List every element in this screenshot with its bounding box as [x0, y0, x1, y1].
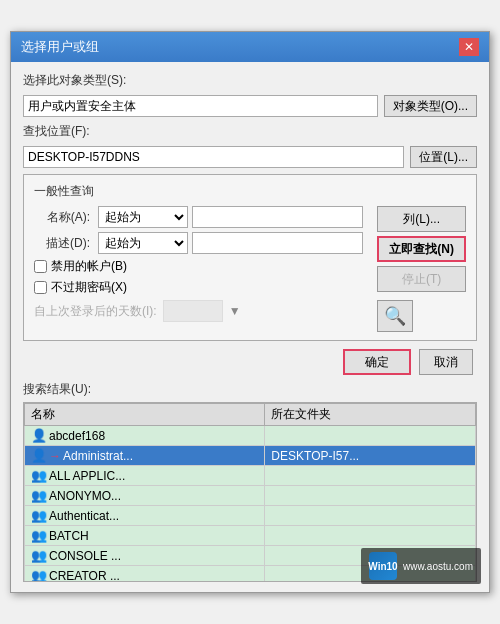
watermark-logo: Win10	[369, 552, 397, 580]
group-icon: 👥	[31, 528, 47, 543]
name-row: 名称(A): 起始为	[34, 206, 363, 228]
table-row[interactable]: 👤→Administrat...DESKTOP-I57...	[25, 446, 476, 466]
row-name-cell: 👥ANONYMO...	[25, 486, 265, 506]
ok-button[interactable]: 确定	[343, 349, 411, 375]
location-button[interactable]: 位置(L)...	[410, 146, 477, 168]
row-folder-cell	[265, 486, 476, 506]
row-name-text: CREATOR ...	[49, 569, 120, 582]
location-input-row: 位置(L)...	[23, 146, 477, 168]
watermark: Win10 www.aostu.com	[361, 548, 481, 584]
row-name-cell: 👤abcdef168	[25, 426, 265, 446]
desc-input[interactable]	[192, 232, 363, 254]
disabled-accounts-label: 禁用的帐户(B)	[51, 258, 127, 275]
desc-label: 描述(D):	[34, 235, 94, 252]
no-expiry-label: 不过期密码(X)	[51, 279, 127, 296]
selection-arrow: →	[49, 449, 61, 463]
results-header-row: 名称 所在文件夹	[25, 404, 476, 426]
title-bar: 选择用户或组 ✕	[11, 32, 489, 62]
admin-icon: 👤	[31, 448, 47, 463]
days-dropdown-icon: ▼	[229, 304, 241, 318]
search-now-button[interactable]: 立即查找(N)	[377, 236, 466, 262]
row-name-cell: 👥Authenticat...	[25, 506, 265, 526]
results-label: 搜索结果(U):	[23, 381, 477, 398]
object-type-input[interactable]	[23, 95, 378, 117]
location-input[interactable]	[23, 146, 404, 168]
object-type-row: 选择此对象类型(S):	[23, 72, 477, 89]
ok-cancel-row: 确定 取消	[23, 349, 477, 375]
row-name-text: BATCH	[49, 529, 89, 543]
location-label: 查找位置(F):	[23, 123, 103, 140]
right-buttons: 列(L)... 立即查找(N) 停止(T) 🔍	[377, 206, 466, 332]
dialog-body: 选择此对象类型(S): 对象类型(O)... 查找位置(F): 位置(L)...…	[11, 62, 489, 592]
object-type-label: 选择此对象类型(S):	[23, 72, 126, 89]
row-name-cell: 👥ALL APPLIC...	[25, 466, 265, 486]
row-name-cell: 👤→Administrat...	[25, 446, 265, 466]
row-name-cell: 👥CONSOLE ...	[25, 546, 265, 566]
left-section: 名称(A): 起始为 描述(D): 起始为	[34, 206, 363, 332]
row-name-text: ANONYMO...	[49, 489, 121, 503]
group-icon: 👥	[31, 488, 47, 503]
col-name: 名称	[25, 404, 265, 426]
desc-combo[interactable]: 起始为	[98, 232, 188, 254]
table-row[interactable]: 👤abcdef168	[25, 426, 476, 446]
stop-button[interactable]: 停止(T)	[377, 266, 466, 292]
object-type-input-row: 对象类型(O)...	[23, 95, 477, 117]
group-icon: 👥	[31, 508, 47, 523]
row-folder-cell	[265, 426, 476, 446]
days-label: 自上次登录后的天数(I):	[34, 303, 157, 320]
no-expiry-checkbox[interactable]	[34, 281, 47, 294]
checkbox-disabled-row: 禁用的帐户(B)	[34, 258, 363, 275]
table-row[interactable]: 👥Authenticat...	[25, 506, 476, 526]
row-name-text: abcdef168	[49, 429, 105, 443]
location-row: 查找位置(F):	[23, 123, 477, 140]
table-row[interactable]: 👥BATCH	[25, 526, 476, 546]
row-folder-cell: DESKTOP-I57...	[265, 446, 476, 466]
row-name-cell: 👥BATCH	[25, 526, 265, 546]
group-icon: 👥	[31, 468, 47, 483]
row-folder-cell	[265, 466, 476, 486]
checkbox-noexpiry-row: 不过期密码(X)	[34, 279, 363, 296]
row-name-text: ALL APPLIC...	[49, 469, 125, 483]
dialog-title: 选择用户或组	[21, 38, 99, 56]
search-icon: 🔍	[384, 305, 406, 327]
disabled-accounts-checkbox[interactable]	[34, 260, 47, 273]
object-type-button[interactable]: 对象类型(O)...	[384, 95, 477, 117]
desc-row: 描述(D): 起始为	[34, 232, 363, 254]
close-button[interactable]: ✕	[459, 38, 479, 56]
main-content: 名称(A): 起始为 描述(D): 起始为	[34, 206, 466, 332]
col-folder: 所在文件夹	[265, 404, 476, 426]
col-button[interactable]: 列(L)...	[377, 206, 466, 232]
row-folder-cell	[265, 506, 476, 526]
general-query-legend: 一般性查询	[34, 183, 466, 200]
table-row[interactable]: 👥ALL APPLIC...	[25, 466, 476, 486]
group-icon: 👥	[31, 568, 47, 582]
row-name-text: CONSOLE ...	[49, 549, 121, 563]
user-icon: 👤	[31, 428, 47, 443]
row-name-text: Administrat...	[63, 449, 133, 463]
cancel-button[interactable]: 取消	[419, 349, 473, 375]
name-label: 名称(A):	[34, 209, 94, 226]
general-query-section: 一般性查询 名称(A): 起始为 描述(D): 起	[23, 174, 477, 341]
name-input[interactable]	[192, 206, 363, 228]
table-row[interactable]: 👥ANONYMO...	[25, 486, 476, 506]
search-icon-button[interactable]: 🔍	[377, 300, 413, 332]
group-icon: 👥	[31, 548, 47, 563]
row-name-text: Authenticat...	[49, 509, 119, 523]
days-row: 自上次登录后的天数(I): ▼	[34, 300, 363, 322]
select-user-dialog: 选择用户或组 ✕ 选择此对象类型(S): 对象类型(O)... 查找位置(F):…	[10, 31, 490, 593]
watermark-site: www.aostu.com	[403, 561, 473, 572]
name-combo[interactable]: 起始为	[98, 206, 188, 228]
days-input[interactable]	[163, 300, 223, 322]
row-folder-cell	[265, 526, 476, 546]
row-name-cell: 👥CREATOR ...	[25, 566, 265, 583]
